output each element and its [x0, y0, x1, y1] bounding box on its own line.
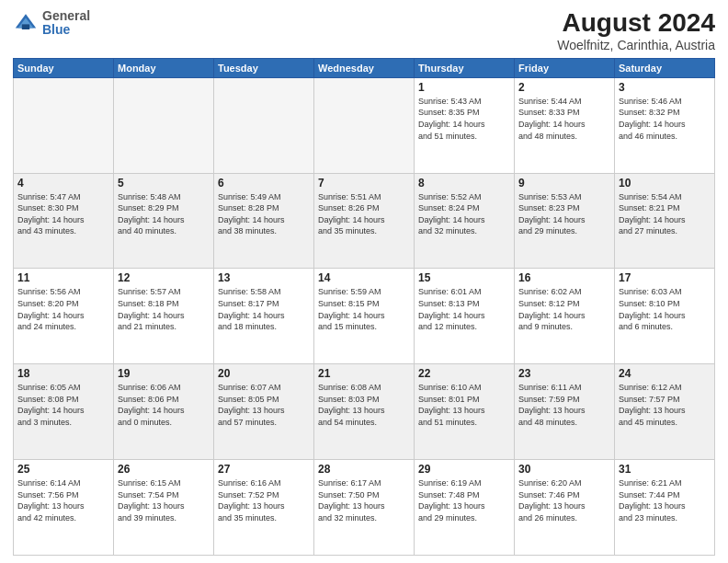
weekday-header: Monday: [114, 58, 214, 77]
day-info: Sunrise: 6:14 AM Sunset: 7:56 PM Dayligh…: [17, 477, 109, 523]
day-number: 31: [619, 463, 711, 476]
calendar-cell: [214, 77, 314, 173]
day-number: 9: [518, 177, 610, 190]
logo-line2: Blue: [42, 23, 90, 37]
calendar-cell: 18Sunrise: 6:05 AM Sunset: 8:08 PM Dayli…: [14, 364, 114, 460]
day-info: Sunrise: 5:52 AM Sunset: 8:24 PM Dayligh…: [418, 191, 510, 237]
day-info: Sunrise: 5:47 AM Sunset: 8:30 PM Dayligh…: [17, 191, 109, 237]
day-number: 23: [518, 367, 610, 380]
calendar-cell: 14Sunrise: 5:59 AM Sunset: 8:15 PM Dayli…: [314, 269, 415, 364]
day-number: 30: [518, 463, 610, 476]
calendar-cell: 26Sunrise: 6:15 AM Sunset: 7:54 PM Dayli…: [114, 460, 214, 556]
day-number: 16: [518, 271, 610, 284]
calendar-cell: 10Sunrise: 5:54 AM Sunset: 8:21 PM Dayli…: [615, 173, 715, 269]
day-number: 5: [118, 177, 210, 190]
day-info: Sunrise: 6:10 AM Sunset: 8:01 PM Dayligh…: [418, 382, 510, 428]
day-number: 27: [218, 463, 310, 476]
calendar-cell: [114, 77, 214, 173]
day-number: 8: [418, 177, 510, 190]
day-number: 1: [418, 81, 510, 94]
calendar-cell: 4Sunrise: 5:47 AM Sunset: 8:30 PM Daylig…: [14, 173, 114, 269]
calendar-cell: 20Sunrise: 6:07 AM Sunset: 8:05 PM Dayli…: [214, 364, 314, 460]
day-info: Sunrise: 6:05 AM Sunset: 8:08 PM Dayligh…: [17, 382, 109, 428]
calendar-cell: 9Sunrise: 5:53 AM Sunset: 8:23 PM Daylig…: [515, 173, 615, 269]
calendar-cell: 13Sunrise: 5:58 AM Sunset: 8:17 PM Dayli…: [214, 269, 314, 364]
day-info: Sunrise: 5:49 AM Sunset: 8:28 PM Dayligh…: [218, 191, 310, 237]
day-number: 15: [418, 271, 510, 284]
day-info: Sunrise: 6:08 AM Sunset: 8:03 PM Dayligh…: [318, 382, 410, 428]
svg-rect-2: [22, 25, 29, 30]
calendar-cell: 25Sunrise: 6:14 AM Sunset: 7:56 PM Dayli…: [14, 460, 114, 556]
calendar-cell: 28Sunrise: 6:17 AM Sunset: 7:50 PM Dayli…: [314, 460, 415, 556]
day-number: 19: [118, 367, 210, 380]
calendar-table: SundayMondayTuesdayWednesdayThursdayFrid…: [13, 58, 715, 556]
logo-icon: [13, 10, 39, 36]
calendar-cell: 30Sunrise: 6:20 AM Sunset: 7:46 PM Dayli…: [515, 460, 615, 556]
day-info: Sunrise: 5:57 AM Sunset: 8:18 PM Dayligh…: [118, 286, 210, 332]
calendar-cell: 27Sunrise: 6:16 AM Sunset: 7:52 PM Dayli…: [214, 460, 314, 556]
day-number: 10: [619, 177, 711, 190]
day-number: 6: [218, 177, 310, 190]
calendar-subtitle: Woelfnitz, Carinthia, Austria: [557, 38, 715, 52]
calendar-cell: 6Sunrise: 5:49 AM Sunset: 8:28 PM Daylig…: [214, 173, 314, 269]
calendar-cell: 31Sunrise: 6:21 AM Sunset: 7:44 PM Dayli…: [615, 460, 715, 556]
day-number: 17: [619, 271, 711, 284]
calendar-week-row: 25Sunrise: 6:14 AM Sunset: 7:56 PM Dayli…: [14, 460, 715, 556]
day-number: 21: [318, 367, 410, 380]
calendar-cell: 16Sunrise: 6:02 AM Sunset: 8:12 PM Dayli…: [515, 269, 615, 364]
day-info: Sunrise: 5:46 AM Sunset: 8:32 PM Dayligh…: [619, 96, 711, 142]
day-number: 14: [318, 271, 410, 284]
weekday-header: Friday: [515, 58, 615, 77]
logo-line1: General: [42, 9, 90, 23]
day-info: Sunrise: 6:02 AM Sunset: 8:12 PM Dayligh…: [518, 286, 610, 332]
day-info: Sunrise: 6:01 AM Sunset: 8:13 PM Dayligh…: [418, 286, 510, 332]
day-info: Sunrise: 5:44 AM Sunset: 8:33 PM Dayligh…: [518, 96, 610, 142]
day-number: 28: [318, 463, 410, 476]
calendar-cell: 5Sunrise: 5:48 AM Sunset: 8:29 PM Daylig…: [114, 173, 214, 269]
day-info: Sunrise: 5:53 AM Sunset: 8:23 PM Dayligh…: [518, 191, 610, 237]
day-info: Sunrise: 5:48 AM Sunset: 8:29 PM Dayligh…: [118, 191, 210, 237]
calendar-cell: 22Sunrise: 6:10 AM Sunset: 8:01 PM Dayli…: [415, 364, 515, 460]
day-number: 22: [418, 367, 510, 380]
calendar-week-row: 18Sunrise: 6:05 AM Sunset: 8:08 PM Dayli…: [14, 364, 715, 460]
calendar-cell: 12Sunrise: 5:57 AM Sunset: 8:18 PM Dayli…: [114, 269, 214, 364]
day-info: Sunrise: 6:21 AM Sunset: 7:44 PM Dayligh…: [619, 477, 711, 523]
top-area: General Blue August 2024 Woelfnitz, Cari…: [13, 9, 715, 52]
day-info: Sunrise: 6:15 AM Sunset: 7:54 PM Dayligh…: [118, 477, 210, 523]
calendar-week-row: 11Sunrise: 5:56 AM Sunset: 8:20 PM Dayli…: [14, 269, 715, 364]
calendar-cell: 1Sunrise: 5:43 AM Sunset: 8:35 PM Daylig…: [415, 77, 515, 173]
page: General Blue August 2024 Woelfnitz, Cari…: [0, 0, 728, 563]
day-info: Sunrise: 6:03 AM Sunset: 8:10 PM Dayligh…: [619, 286, 711, 332]
day-info: Sunrise: 5:59 AM Sunset: 8:15 PM Dayligh…: [318, 286, 410, 332]
calendar-cell: [14, 77, 114, 173]
calendar-cell: 17Sunrise: 6:03 AM Sunset: 8:10 PM Dayli…: [615, 269, 715, 364]
calendar-cell: 21Sunrise: 6:08 AM Sunset: 8:03 PM Dayli…: [314, 364, 415, 460]
calendar-cell: 2Sunrise: 5:44 AM Sunset: 8:33 PM Daylig…: [515, 77, 615, 173]
day-number: 26: [118, 463, 210, 476]
day-info: Sunrise: 6:11 AM Sunset: 7:59 PM Dayligh…: [518, 382, 610, 428]
day-number: 2: [518, 81, 610, 94]
calendar-week-row: 1Sunrise: 5:43 AM Sunset: 8:35 PM Daylig…: [14, 77, 715, 173]
calendar-cell: 3Sunrise: 5:46 AM Sunset: 8:32 PM Daylig…: [615, 77, 715, 173]
day-info: Sunrise: 6:12 AM Sunset: 7:57 PM Dayligh…: [619, 382, 711, 428]
day-info: Sunrise: 6:07 AM Sunset: 8:05 PM Dayligh…: [218, 382, 310, 428]
title-area: August 2024 Woelfnitz, Carinthia, Austri…: [557, 9, 715, 52]
calendar-cell: 7Sunrise: 5:51 AM Sunset: 8:26 PM Daylig…: [314, 173, 415, 269]
weekday-header: Wednesday: [314, 58, 415, 77]
day-number: 25: [17, 463, 109, 476]
day-info: Sunrise: 5:56 AM Sunset: 8:20 PM Dayligh…: [17, 286, 109, 332]
day-number: 29: [418, 463, 510, 476]
calendar-cell: 8Sunrise: 5:52 AM Sunset: 8:24 PM Daylig…: [415, 173, 515, 269]
calendar-title: August 2024: [557, 9, 715, 38]
day-info: Sunrise: 5:51 AM Sunset: 8:26 PM Dayligh…: [318, 191, 410, 237]
calendar-cell: 24Sunrise: 6:12 AM Sunset: 7:57 PM Dayli…: [615, 364, 715, 460]
day-info: Sunrise: 6:20 AM Sunset: 7:46 PM Dayligh…: [518, 477, 610, 523]
day-info: Sunrise: 6:19 AM Sunset: 7:48 PM Dayligh…: [418, 477, 510, 523]
calendar-cell: 19Sunrise: 6:06 AM Sunset: 8:06 PM Dayli…: [114, 364, 214, 460]
day-number: 20: [218, 367, 310, 380]
weekday-header-row: SundayMondayTuesdayWednesdayThursdayFrid…: [14, 58, 715, 77]
calendar-cell: 29Sunrise: 6:19 AM Sunset: 7:48 PM Dayli…: [415, 460, 515, 556]
calendar-cell: 15Sunrise: 6:01 AM Sunset: 8:13 PM Dayli…: [415, 269, 515, 364]
logo: General Blue: [13, 9, 90, 38]
day-info: Sunrise: 6:06 AM Sunset: 8:06 PM Dayligh…: [118, 382, 210, 428]
